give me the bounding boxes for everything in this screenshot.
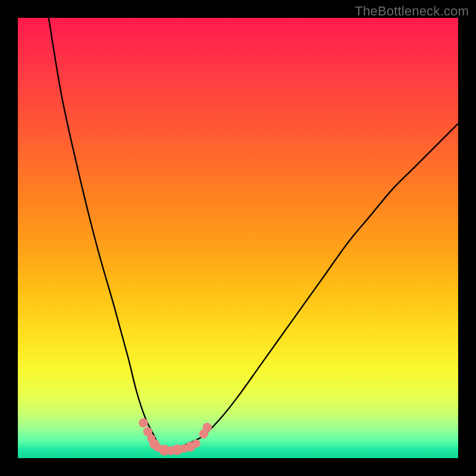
chart-frame: TheBottleneck.com [0,0,476,476]
plot-area [18,18,458,458]
curve-markers [139,418,212,456]
bottleneck-curve [49,18,458,450]
curve-svg [18,18,458,458]
data-point [139,418,148,427]
data-point [203,423,212,432]
watermark-text: TheBottleneck.com [355,4,469,19]
data-point [192,440,201,448]
